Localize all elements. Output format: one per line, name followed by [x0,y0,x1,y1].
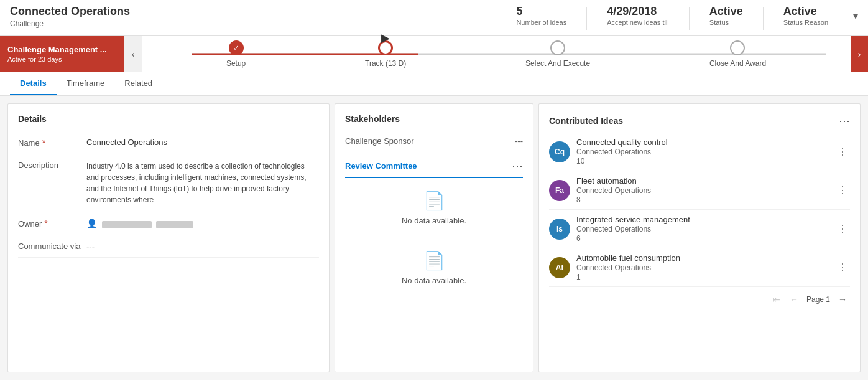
tabs-section: Details Timeframe Related [0,72,868,96]
field-name-value: Connected Operations [86,138,319,147]
tab-timeframe[interactable]: Timeframe [57,72,115,95]
field-description-value: Industry 4.0 is a term used to describe … [86,161,319,205]
field-communicate-value: --- [86,242,319,251]
contributed-panel-title: Contributed Ideas [549,116,623,126]
meta-date: 4/29/2018 Accept new ideas till [607,5,669,26]
idea-menu-button-cq[interactable]: ⋮ [835,146,850,158]
challenge-badge-subtitle: Active for 23 days [7,55,117,63]
stakeholders-panel-title: Stakeholders [345,114,523,124]
main-content: Details Name * Connected Operations Desc… [0,96,868,380]
progress-next-button[interactable]: › [851,36,868,72]
idea-info-is: Integrated service managementConnected O… [576,215,835,243]
step-circle-track: ▶ [378,40,393,55]
no-data-icon-1: 📄 [423,190,445,211]
step-close: Close And Award [709,40,766,68]
progress-section: Challenge Management ... Active for 23 d… [0,36,868,72]
field-description-row: Description Industry 4.0 is a term used … [18,154,319,212]
meta-status-reason-value: Active [783,5,828,18]
review-committee-header: Review Committee ⋯ [345,154,523,178]
field-communicate-label: Communicate via [18,242,86,251]
idea-avatar-is: Is [549,219,570,240]
page-subtitle: Challenge [10,19,516,28]
idea-title-af: Automobile fuel consumption [576,253,835,263]
review-no-data: 📄 No data available. [345,178,523,238]
contributed-menu-button[interactable]: ⋯ [839,114,850,128]
sponsor-row: Challenge Sponsor --- [345,131,523,151]
owner-blurred-2 [156,221,193,228]
field-owner-label: Owner * [18,219,86,228]
idea-title-is: Integrated service management [576,215,835,224]
idea-row-af: AfAutomobile fuel consumptionConnected O… [549,248,850,287]
owner-blurred-1 [102,221,152,228]
idea-avatar-af: Af [549,257,570,278]
field-communicate-row: Communicate via --- [18,235,319,258]
step-circle-close [730,40,745,55]
idea-info-cq: Connected quality controlConnected Opera… [576,138,835,166]
meta-divider-1 [586,7,587,30]
details-panel: Details Name * Connected Operations Desc… [7,103,330,372]
step-label-select: Select And Execute [525,59,590,68]
field-name-label: Name * [18,138,86,148]
idea-avatar-fa: Fa [549,180,570,201]
step-label-track: Track (13 D) [365,59,406,68]
idea-row-is: IsIntegrated service managementConnected… [549,210,850,248]
idea-count-fa: 8 [576,195,835,204]
progress-track: ✓ Setup ▶ Track (13 D) Select And Execut… [142,40,851,68]
idea-menu-button-af[interactable]: ⋮ [835,261,850,273]
details-panel-title: Details [18,114,319,124]
header-dropdown-icon[interactable]: ▾ [853,10,858,22]
idea-menu-button-fa[interactable]: ⋮ [835,184,850,196]
pagination-next-button[interactable]: → [835,292,850,307]
meta-date-value: 4/29/2018 [607,5,669,18]
no-data-text-1: No data available. [402,216,466,225]
tab-details[interactable]: Details [10,72,57,95]
pagination-prev-button[interactable]: ← [787,292,801,307]
idea-count-is: 6 [576,234,835,243]
field-owner-required: * [44,219,47,228]
idea-subtitle-is: Connected Operations [576,225,835,233]
page-title: Connected Operations [10,5,516,18]
meta-date-label: Accept new ideas till [607,19,669,26]
field-owner-row: Owner * 👤 [18,212,319,235]
owner-person-icon: 👤 [86,219,97,228]
meta-status-value: Active [709,5,743,18]
step-select: Select And Execute [525,40,590,68]
meta-divider-2 [689,7,690,30]
pagination: ⇤ ← Page 1 → [549,287,850,307]
step-track: ▶ Track (13 D) [365,40,406,68]
idea-row-fa: FaFleet automationConnected Operations8⋮ [549,171,850,210]
contributed-header: Contributed Ideas ⋯ [549,114,850,128]
ideas-list: CqConnected quality controlConnected Ope… [549,133,850,287]
meta-status-label: Status [709,19,743,26]
idea-info-af: Automobile fuel consumptionConnected Ope… [576,253,835,281]
progress-prev-button[interactable]: ‹ [124,36,142,72]
review-committee-menu-button[interactable]: ⋯ [512,159,523,172]
idea-menu-button-is[interactable]: ⋮ [835,223,850,235]
contributed-ideas-panel: Contributed Ideas ⋯ CqConnected quality … [538,103,861,372]
idea-subtitle-af: Connected Operations [576,263,835,272]
idea-info-fa: Fleet automationConnected Operations8 [576,176,835,204]
field-name-required: * [42,138,45,148]
step-circle-select [550,40,565,55]
meta-status-reason: Active Status Reason [783,5,828,26]
no-data-icon-2: 📄 [423,250,445,271]
step-circle-setup: ✓ [229,40,244,55]
meta-ideas: 5 Number of ideas [516,5,566,26]
step-label-close: Close And Award [709,59,766,68]
field-owner-value: 👤 [86,219,319,228]
meta-ideas-value: 5 [516,5,566,18]
idea-avatar-cq: Cq [549,141,570,162]
header-meta: 5 Number of ideas 4/29/2018 Accept new i… [516,5,858,30]
idea-row-cq: CqConnected quality controlConnected Ope… [549,133,850,171]
field-description-label: Description [18,161,86,170]
header-title-block: Connected Operations Challenge [10,5,516,28]
pagination-first-button[interactable]: ⇤ [769,292,784,307]
idea-title-fa: Fleet automation [576,176,835,186]
tab-related[interactable]: Related [114,72,162,95]
idea-title-cq: Connected quality control [576,138,835,147]
idea-count-af: 1 [576,273,835,281]
meta-divider-3 [763,7,764,30]
pagination-label: Page 1 [804,295,833,304]
stakeholders-panel: Stakeholders Challenge Sponsor --- Revie… [335,103,533,372]
meta-ideas-label: Number of ideas [516,19,566,26]
